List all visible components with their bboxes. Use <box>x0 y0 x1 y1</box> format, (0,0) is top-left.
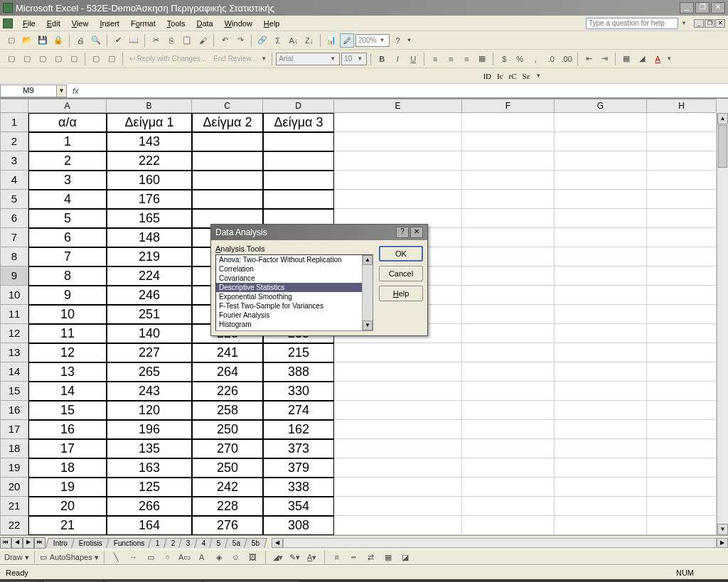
cell[interactable]: 20 <box>28 497 107 516</box>
sort-desc-button[interactable]: Z↓ <box>302 33 316 48</box>
increase-decimal-button[interactable]: .0 <box>544 52 558 66</box>
align-center-button[interactable]: ≡ <box>444 52 458 66</box>
cell[interactable]: 18 <box>28 458 107 478</box>
cell[interactable] <box>647 497 717 516</box>
decrease-decimal-button[interactable]: .00 <box>560 52 574 66</box>
sheet-tab[interactable]: Erotisis <box>71 538 110 548</box>
cell[interactable] <box>647 362 717 382</box>
textbox-button[interactable]: A▭ <box>178 550 192 564</box>
name-box[interactable]: M9 <box>0 85 57 97</box>
cell[interactable] <box>647 171 717 190</box>
cell[interactable] <box>555 247 647 266</box>
analysis-tool-item[interactable]: Exponential Smoothing <box>216 292 373 301</box>
analysis-tool-item[interactable]: Moving Average <box>216 329 373 331</box>
borders-button[interactable]: ▦ <box>619 52 633 66</box>
decrease-indent-button[interactable]: ⇤ <box>582 52 596 66</box>
cell[interactable]: 250 <box>192 458 263 478</box>
menu-edit[interactable]: Edit <box>41 18 66 29</box>
fill-color-draw-button[interactable]: ◢▾ <box>271 550 285 564</box>
cell[interactable]: 16 <box>28 420 107 439</box>
cell[interactable]: 250 <box>192 420 263 439</box>
cell[interactable] <box>334 458 462 478</box>
cell[interactable]: 241 <box>192 343 263 362</box>
row-header[interactable]: 2 <box>0 132 28 151</box>
cell[interactable] <box>555 478 647 497</box>
oval-button[interactable]: ○ <box>161 550 175 564</box>
merge-center-button[interactable]: ▦ <box>475 52 489 66</box>
doc-restore-button[interactable]: ❐ <box>705 19 714 28</box>
cell[interactable] <box>334 113 462 132</box>
cell[interactable]: 17 <box>28 439 107 458</box>
doc-minimize-button[interactable]: _ <box>694 19 704 28</box>
row-header[interactable]: 17 <box>0 420 28 439</box>
column-header-G[interactable]: G <box>555 99 647 113</box>
row-header[interactable]: 14 <box>0 362 28 382</box>
cell[interactable] <box>192 151 263 171</box>
cell[interactable]: Δείγμα 3 <box>263 113 334 132</box>
cell[interactable]: 270 <box>192 439 263 458</box>
cell[interactable] <box>334 171 462 190</box>
cell[interactable] <box>462 247 555 266</box>
list-scroll-down[interactable]: ▼ <box>363 320 373 330</box>
cell[interactable] <box>192 190 263 209</box>
hyperlink-button[interactable]: 🔗 <box>255 33 269 48</box>
draw-menu[interactable]: Draw ▾ <box>4 553 29 562</box>
dialog-help-button[interactable]: ? <box>396 227 409 238</box>
cell[interactable]: 162 <box>263 420 334 439</box>
row-header[interactable]: 5 <box>0 190 28 209</box>
cell[interactable] <box>555 516 647 535</box>
analysis-tool-item[interactable]: Descriptive Statistics <box>216 283 373 292</box>
sheet-tab[interactable]: Functions <box>106 538 152 548</box>
wordart-button[interactable]: A <box>195 550 209 564</box>
row-header[interactable]: 16 <box>0 401 28 420</box>
cell[interactable]: 388 <box>263 362 334 382</box>
row-header[interactable]: 15 <box>0 382 28 401</box>
cell[interactable] <box>462 324 555 343</box>
bold-button[interactable]: B <box>375 52 389 66</box>
align-left-button[interactable]: ≡ <box>428 52 442 66</box>
currency-button[interactable]: $ <box>497 52 511 66</box>
cell[interactable] <box>334 190 462 209</box>
dialog-help-btn[interactable]: Help <box>379 286 423 301</box>
menu-data[interactable]: Data <box>191 18 218 29</box>
cell[interactable]: 196 <box>107 420 192 439</box>
column-header-D[interactable]: D <box>263 99 334 113</box>
cell[interactable]: 274 <box>263 401 334 420</box>
doc-close-button[interactable]: ✕ <box>715 19 725 28</box>
cell[interactable]: 226 <box>192 382 263 401</box>
row-header[interactable]: 12 <box>0 324 28 343</box>
line-button[interactable]: ╲ <box>109 550 124 564</box>
cell[interactable] <box>555 497 647 516</box>
dialog-title-bar[interactable]: Data Analysis ? ✕ <box>211 225 427 240</box>
cell[interactable] <box>462 151 555 171</box>
cell[interactable] <box>462 401 555 420</box>
review-btn-5[interactable]: ▢ <box>67 52 81 66</box>
cell[interactable] <box>555 171 647 190</box>
spelling-button[interactable]: ✔ <box>111 33 125 48</box>
row-header[interactable]: 18 <box>0 439 28 458</box>
cell[interactable]: 125 <box>107 478 192 497</box>
clipart-button[interactable]: ☺ <box>229 550 243 564</box>
cell[interactable] <box>647 401 717 420</box>
cell[interactable]: 266 <box>107 497 192 516</box>
cell[interactable] <box>555 401 647 420</box>
cell[interactable]: α/α <box>28 113 107 132</box>
cell[interactable]: 140 <box>107 324 192 343</box>
cell[interactable] <box>263 171 334 190</box>
cell[interactable] <box>334 478 462 497</box>
cell[interactable]: 163 <box>107 458 192 478</box>
cell[interactable]: 338 <box>263 478 334 497</box>
cell[interactable] <box>462 420 555 439</box>
row-header[interactable]: 8 <box>0 247 28 266</box>
drawing-button[interactable]: 🖉 <box>340 33 354 48</box>
cell[interactable] <box>647 420 717 439</box>
column-header-A[interactable]: A <box>28 99 107 113</box>
cell[interactable] <box>334 439 462 458</box>
column-header-F[interactable]: F <box>462 99 555 113</box>
cell[interactable] <box>647 516 717 535</box>
cell[interactable] <box>555 324 647 343</box>
cell[interactable] <box>334 343 462 362</box>
review-btn-6[interactable]: ▢ <box>89 52 103 66</box>
cell[interactable] <box>647 478 717 497</box>
tab-first-button[interactable]: ⏮ <box>0 537 11 549</box>
